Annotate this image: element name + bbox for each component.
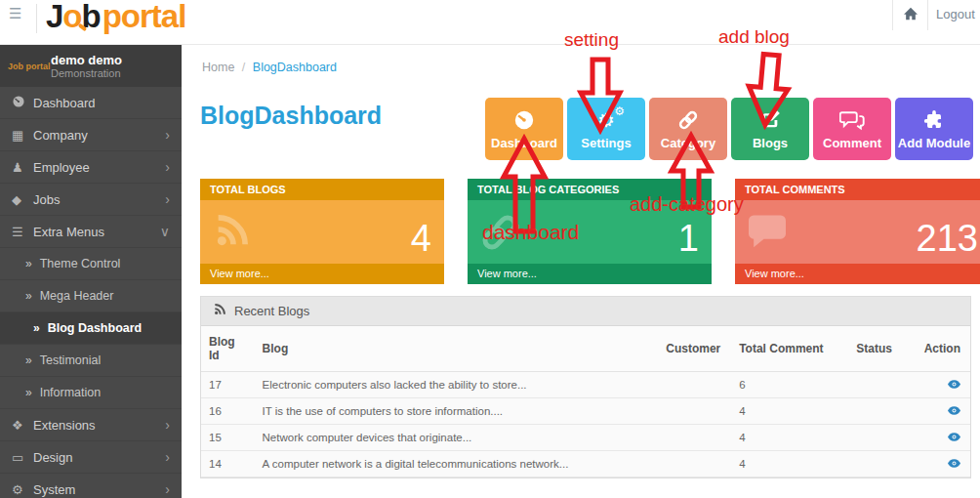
chevron-down-icon: ∨ [160, 224, 170, 239]
customer-cell [658, 372, 731, 398]
sidebar-item-extra-menus[interactable]: ☰ Extra Menus ∨ [0, 216, 182, 248]
sidebar-item-label: Jobs [33, 192, 60, 207]
column-header: Customer [658, 326, 731, 372]
view-eye-icon[interactable] [948, 405, 960, 417]
submenu-arrow-icon: » [25, 353, 32, 367]
sidebar-item-label: Theme Control [40, 257, 121, 270]
sidebar-item-label: Mega Header [40, 289, 114, 303]
sidebar-item-label: Extra Menus [33, 225, 104, 239]
dashboard-button[interactable]: Dashboard [485, 98, 563, 160]
home-button[interactable] [892, 0, 928, 30]
sidebar-item-label: Testimonial [40, 353, 102, 367]
table-row: 16 IT is the use of computers to store i… [201, 398, 970, 425]
breadcrumb-home-link[interactable]: Home [202, 61, 234, 74]
sidebar-item-employee[interactable]: ♟ Employee › [0, 151, 182, 184]
user-icon: ♟ [12, 160, 33, 175]
sidebar-mini-logo: Job portal [0, 62, 51, 71]
status-cell [848, 398, 916, 425]
blog-title-cell: IT is the use of computers to store info… [255, 398, 659, 425]
view-more-link[interactable]: View more... [735, 264, 980, 284]
rss-icon [213, 303, 226, 319]
sidebar-item-extensions[interactable]: ❖ Extensions › [0, 409, 182, 441]
sidebar-item-company[interactable]: ▦ Company › [0, 119, 182, 151]
logo-text: J [46, 0, 62, 34]
button-label: Category [661, 136, 715, 150]
sidebar-item-theme-control[interactable]: » Theme Control [0, 248, 182, 280]
logout-label: Logout [936, 7, 975, 21]
column-header: Blog Id [201, 326, 255, 372]
customer-cell [658, 451, 731, 477]
table-row: 15 Network computer devices that origina… [201, 425, 970, 451]
gauge-icon [513, 108, 535, 132]
comments-icon [839, 108, 865, 132]
view-more-link[interactable]: View more... [200, 264, 444, 284]
sidebar-item-mega-header[interactable]: » Mega Header [0, 280, 182, 312]
submenu-arrow-icon: » [33, 321, 40, 335]
puzzle-icon [923, 108, 945, 132]
category-button[interactable]: Category [649, 98, 727, 160]
table-row: 14 A computer network is a digital telec… [201, 451, 970, 477]
blogs-button[interactable]: Blogs [731, 98, 809, 160]
total-comment-cell: 4 [731, 398, 848, 425]
sidebar-item-label: Company [33, 128, 88, 143]
sidebar-user-panel: Job portal demo demo Demonstration [0, 45, 182, 87]
card-value: 213 [917, 218, 978, 260]
puzzle-icon: ❖ [12, 418, 33, 433]
sidebar-item-dashboard[interactable]: Dashboard [0, 87, 182, 119]
add-module-button[interactable]: Add Module [895, 98, 973, 160]
logout-button[interactable]: Logout [936, 6, 980, 22]
sidebar-item-blog-dashboard[interactable]: » Blog Dashboard [0, 312, 182, 345]
button-label: Blogs [753, 136, 788, 150]
recent-blogs-panel: Recent Blogs Blog Id Blog Customer Total… [200, 296, 971, 478]
sidebar-item-jobs[interactable]: ◆ Jobs › [0, 184, 182, 216]
column-header: Action [917, 326, 970, 372]
comment-button[interactable]: Comment [813, 98, 891, 160]
comment-bubble-icon [747, 212, 788, 253]
sidebar-item-testimonial[interactable]: » Testimonial [0, 345, 182, 377]
column-header: Total Comment [731, 326, 848, 372]
blog-id-cell: 14 [201, 451, 255, 477]
chain-icon [676, 108, 700, 132]
submenu-arrow-icon: » [25, 386, 32, 399]
user-name: demo demo [51, 53, 122, 67]
edit-square-icon [759, 108, 781, 132]
status-cell [848, 425, 916, 451]
blog-id-cell: 16 [201, 398, 255, 425]
sidebar-item-label: Blog Dashboard [48, 321, 143, 335]
recent-blogs-table: Blog Id Blog Customer Total Comment Stat… [201, 326, 970, 477]
view-eye-icon[interactable] [948, 379, 960, 391]
tags-icon: ◆ [12, 192, 33, 207]
bars-icon: ☰ [12, 225, 33, 239]
gauge-icon [12, 95, 33, 111]
card-title: TOTAL BLOGS [200, 179, 444, 200]
button-label: Add Module [898, 136, 970, 150]
sidebar-item-design[interactable]: ▭ Design › [0, 441, 182, 474]
sidebar-toggle-icon[interactable]: ☰ [9, 5, 21, 22]
card-title: TOTAL COMMENTS [735, 179, 980, 200]
monitor-icon: ▭ [12, 450, 33, 465]
sidebar-item-label: Information [40, 386, 102, 399]
chevron-right-icon: › [165, 127, 170, 143]
building-icon: ▦ [12, 128, 33, 143]
blog-title-cell: Network computer devices that originate.… [255, 425, 659, 451]
logo-text: portal [102, 0, 186, 34]
view-eye-icon[interactable] [948, 432, 960, 443]
user-subtitle: Demonstration [51, 67, 122, 79]
main-content: Home / BlogDashboard BlogDashboard Dashb… [182, 45, 980, 498]
view-more-link[interactable]: View more... [468, 264, 712, 284]
card-value: 1 [678, 218, 699, 260]
chevron-right-icon: › [165, 159, 170, 175]
total-comments-card: TOTAL COMMENTS 213 View more... [735, 179, 980, 284]
card-title: TOTAL BLOG CATEGORIES [468, 179, 712, 200]
view-eye-icon[interactable] [948, 458, 960, 470]
settings-button[interactable]: ⚙ ⚙ Settings [567, 98, 645, 160]
sidebar-item-label: System [33, 482, 75, 497]
total-blogs-card: TOTAL BLOGS 4 View more... [200, 179, 444, 284]
breadcrumb-current[interactable]: BlogDashboard [253, 61, 337, 74]
button-label: Settings [581, 136, 631, 150]
sidebar-item-information[interactable]: » Information [0, 377, 182, 409]
breadcrumb-separator: / [242, 61, 245, 74]
status-cell [848, 451, 916, 477]
sidebar-item-system[interactable]: ⚙ System › [0, 474, 182, 498]
blog-title-cell: Electronic computers also lacked the abi… [255, 372, 659, 398]
